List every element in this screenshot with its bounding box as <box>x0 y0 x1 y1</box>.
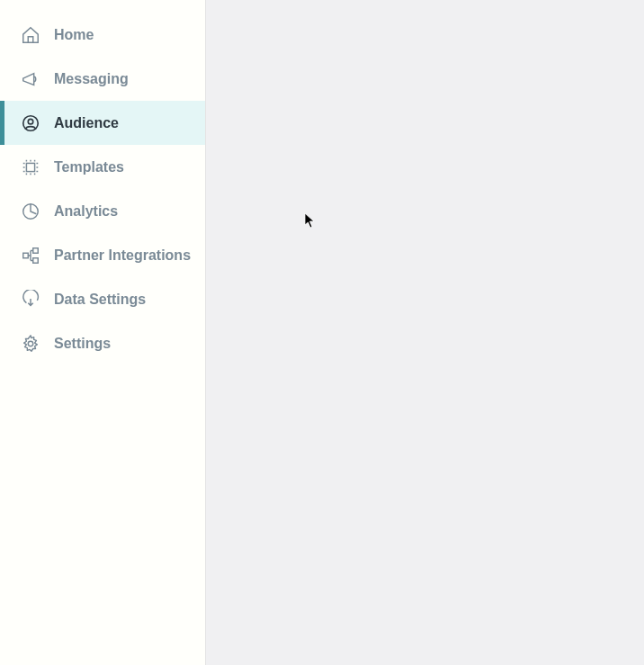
svg-rect-5 <box>33 247 39 253</box>
main-content <box>206 0 644 665</box>
sidebar-item-settings[interactable]: Settings <box>0 321 205 365</box>
analytics-icon <box>21 202 40 221</box>
sidebar-item-templates[interactable]: Templates <box>0 145 205 189</box>
sidebar-item-home[interactable]: Home <box>0 13 205 57</box>
svg-rect-6 <box>33 257 39 263</box>
sidebar-item-label: Data Settings <box>54 292 146 308</box>
audience-icon <box>21 113 40 133</box>
sidebar-item-label: Messaging <box>54 71 129 87</box>
sidebar-item-analytics[interactable]: Analytics <box>0 189 205 233</box>
svg-point-7 <box>28 341 33 346</box>
megaphone-icon <box>21 69 40 89</box>
svg-point-1 <box>28 119 33 124</box>
sidebar-item-messaging[interactable]: Messaging <box>0 57 205 101</box>
svg-rect-2 <box>26 163 34 171</box>
sidebar-item-label: Templates <box>54 159 124 175</box>
sidebar-item-audience[interactable]: Audience <box>0 101 205 145</box>
home-icon <box>21 25 40 45</box>
sidebar: Home Messaging Audience Template <box>0 0 206 665</box>
svg-rect-4 <box>23 253 29 258</box>
sidebar-item-label: Analytics <box>54 203 118 220</box>
data-settings-icon <box>21 290 40 310</box>
sidebar-item-label: Home <box>54 27 94 43</box>
integrations-icon <box>21 246 40 265</box>
sidebar-item-label: Partner Integrations <box>54 247 191 264</box>
sidebar-item-data-settings[interactable]: Data Settings <box>0 277 205 321</box>
sidebar-item-label: Settings <box>54 336 111 352</box>
sidebar-item-partner-integrations[interactable]: Partner Integrations <box>0 233 205 277</box>
templates-icon <box>21 157 40 177</box>
settings-icon <box>21 334 40 354</box>
sidebar-item-label: Audience <box>54 115 119 131</box>
